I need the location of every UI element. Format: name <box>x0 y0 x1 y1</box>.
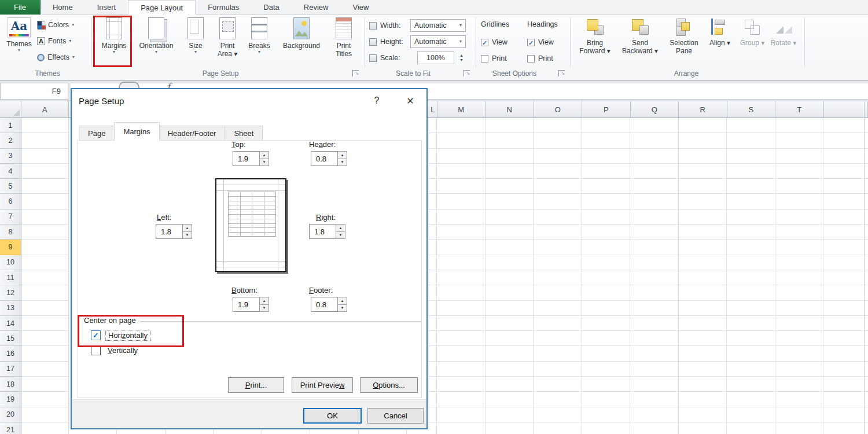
column-header-a[interactable]: A <box>21 101 69 117</box>
row-header-18[interactable]: 18 <box>0 377 21 392</box>
background-button[interactable]: Background <box>276 17 327 50</box>
bring-forward-button[interactable]: BringForward ▾ <box>577 17 613 55</box>
header-margin-input[interactable]: 0.8 <box>311 151 337 166</box>
left-margin-increment[interactable]: ▲ <box>182 224 192 232</box>
name-box[interactable]: F9 <box>0 83 68 100</box>
row-header-19[interactable]: 19 <box>0 392 21 407</box>
column-header-p[interactable]: P <box>582 101 631 117</box>
themes-button[interactable]: Aa Themes ▾ <box>3 17 35 53</box>
dialog-tab-header-footer[interactable]: Header/Footer <box>159 126 226 141</box>
gridlines-view-option[interactable]: ✓View <box>481 38 507 46</box>
colors-button[interactable]: Colors▾ <box>37 19 93 31</box>
print-button[interactable]: Print... <box>228 377 284 393</box>
left-margin-decrement[interactable]: ▼ <box>182 232 192 240</box>
row-header-6[interactable]: 6 <box>0 194 21 209</box>
print-area-button[interactable]: PrintArea ▾ <box>211 17 244 58</box>
row-header-20[interactable]: 20 <box>0 407 21 422</box>
left-margin-input[interactable]: 1.8 <box>156 224 182 239</box>
breaks-button[interactable]: Breaks▾ <box>244 17 275 54</box>
row-header-11[interactable]: 11 <box>0 270 21 285</box>
column-header-n[interactable]: N <box>486 101 534 117</box>
top-margin-increment[interactable]: ▲ <box>259 151 269 159</box>
dialog-tab-margins[interactable]: Margins <box>114 122 159 141</box>
fonts-button[interactable]: AFonts▾ <box>37 35 93 47</box>
right-margin-decrement[interactable]: ▼ <box>336 232 345 240</box>
row-header-7[interactable]: 7 <box>0 209 21 225</box>
column-header-t[interactable]: T <box>775 101 824 117</box>
width-dropdown[interactable]: Automatic▾ <box>410 19 466 32</box>
gridlines-print-option[interactable]: Print <box>481 54 507 62</box>
ribbon-tab-formulas[interactable]: Formulas <box>196 0 251 14</box>
column-header-s[interactable]: S <box>727 101 776 117</box>
grid-cells-right[interactable] <box>429 118 868 434</box>
effects-button[interactable]: Effects▾ <box>37 51 93 64</box>
row-header-3[interactable]: 3 <box>0 149 21 164</box>
footer-margin-input[interactable]: 0.8 <box>311 297 337 312</box>
row-header-16[interactable]: 16 <box>0 347 21 362</box>
options-button[interactable]: Options... <box>360 377 418 393</box>
ribbon-tab-home[interactable]: Home <box>41 0 85 14</box>
scale-input[interactable]: 100% <box>417 52 454 64</box>
column-header-m[interactable]: M <box>437 101 486 117</box>
row-header-9[interactable]: 9 <box>0 240 21 255</box>
row-header-13[interactable]: 13 <box>0 301 21 316</box>
dialog-close-button[interactable]: ✕ <box>400 92 420 109</box>
row-header-10[interactable]: 10 <box>0 255 21 270</box>
cancel-button[interactable]: Cancel <box>367 408 424 424</box>
print-titles-button[interactable]: PrintTitles <box>328 17 360 58</box>
row-header-2[interactable]: 2 <box>0 133 21 148</box>
column-header-r[interactable]: R <box>679 101 727 117</box>
row-header-5[interactable]: 5 <box>0 179 21 194</box>
selection-pane-button[interactable]: SelectionPane <box>665 17 703 55</box>
orientation-button[interactable]: Orientation▾ <box>133 17 179 54</box>
ribbon-tab-view[interactable]: View <box>340 0 381 14</box>
column-header-l[interactable]: L <box>429 101 437 117</box>
column-header-o[interactable]: O <box>534 101 583 117</box>
gridlines-view-checkbox[interactable]: ✓ <box>481 39 488 46</box>
print-preview-button[interactable]: Print Preview <box>292 377 353 393</box>
right-margin-increment[interactable]: ▲ <box>336 224 345 232</box>
page-setup-dialog-launcher-icon[interactable]: ↘ <box>352 70 359 76</box>
headings-view-checkbox[interactable]: ✓ <box>527 39 535 46</box>
row-header-14[interactable]: 14 <box>0 316 21 331</box>
top-margin-decrement[interactable]: ▼ <box>259 159 269 167</box>
bottom-margin-increment[interactable]: ▲ <box>259 297 269 305</box>
headings-print-checkbox[interactable] <box>527 55 535 62</box>
size-button[interactable]: Size▾ <box>181 17 210 54</box>
ribbon-tab-file[interactable]: File <box>0 0 41 14</box>
ok-button[interactable]: OK <box>303 408 362 424</box>
scale-spinner[interactable]: ▲▼ <box>459 53 464 62</box>
gridlines-print-checkbox[interactable] <box>481 55 488 62</box>
dialog-help-button[interactable]: ? <box>368 93 385 109</box>
footer-margin-decrement[interactable]: ▼ <box>337 305 347 312</box>
grid-cells-column-a[interactable] <box>21 118 69 434</box>
sheet-options-dialog-launcher-icon[interactable]: ↘ <box>558 70 565 76</box>
headings-view-option[interactable]: ✓View <box>527 38 554 46</box>
dialog-tab-page[interactable]: Page <box>79 126 115 141</box>
right-margin-input[interactable]: 1.8 <box>309 224 336 239</box>
ribbon-tab-data[interactable]: Data <box>251 0 291 14</box>
footer-margin-increment[interactable]: ▲ <box>337 297 347 305</box>
select-all-corner[interactable] <box>0 101 21 117</box>
row-header-12[interactable]: 12 <box>0 285 21 300</box>
header-margin-increment[interactable]: ▲ <box>337 151 347 159</box>
top-margin-input[interactable]: 1.9 <box>233 151 259 166</box>
bottom-margin-decrement[interactable]: ▼ <box>259 305 269 312</box>
headings-print-option[interactable]: Print <box>527 54 553 62</box>
row-header-15[interactable]: 15 <box>0 331 21 346</box>
align-button[interactable]: Align ▾ <box>707 17 733 47</box>
ribbon-tab-review[interactable]: Review <box>292 0 341 14</box>
dialog-tab-sheet[interactable]: Sheet <box>225 126 263 141</box>
send-backward-button[interactable]: SendBackward ▾ <box>619 17 661 55</box>
row-header-8[interactable]: 8 <box>0 225 21 240</box>
column-header-partial[interactable] <box>824 101 868 117</box>
bottom-margin-input[interactable]: 1.9 <box>233 297 259 312</box>
row-header-17[interactable]: 17 <box>0 362 21 377</box>
scale-to-fit-dialog-launcher-icon[interactable]: ↘ <box>464 70 470 76</box>
header-margin-decrement[interactable]: ▼ <box>337 159 347 167</box>
row-header-1[interactable]: 1 <box>0 118 21 133</box>
row-header-4[interactable]: 4 <box>0 164 21 179</box>
ribbon-tab-insert[interactable]: Insert <box>85 0 128 14</box>
column-header-q[interactable]: Q <box>631 101 679 117</box>
row-header-21[interactable]: 21 <box>0 422 21 434</box>
